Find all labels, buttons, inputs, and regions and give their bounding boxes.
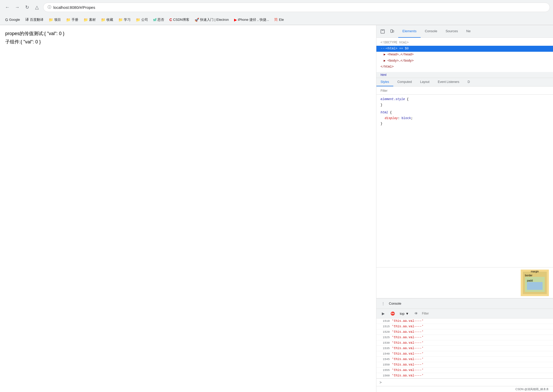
- styles-tab-more[interactable]: D: [464, 78, 474, 86]
- nav-buttons: ← → ↻ △: [3, 3, 41, 11]
- bookmark-favorites[interactable]: 📁 收藏: [99, 16, 115, 23]
- bookmark-study[interactable]: 📁 学习: [116, 16, 133, 23]
- display-prop: display: [385, 116, 398, 120]
- styles-tab-layout[interactable]: Layout: [416, 78, 434, 86]
- iphone-icon: ▶: [234, 18, 237, 22]
- bookmark-iphone[interactable]: ▶ iPhone 捷径，快捷...: [232, 16, 271, 23]
- console-eye-button[interactable]: 👁: [413, 310, 420, 317]
- log-text: 'this.aa.val----': [392, 325, 423, 328]
- styles-content: element.style { } html { display: block;…: [376, 95, 553, 267]
- filter-input[interactable]: [381, 89, 549, 93]
- html-doctype[interactable]: <!DOCTYPE html>: [376, 40, 553, 46]
- elements-panel: <!DOCTYPE html> ···<html> == $0 ▶ <head>…: [376, 38, 553, 298]
- styles-tab-computed[interactable]: Computed: [393, 78, 416, 86]
- bookmark-ele[interactable]: 简 Ele: [272, 16, 286, 23]
- styles-tab-styles[interactable]: Styles: [376, 78, 393, 86]
- address-bar[interactable]: ⓘ localhost:8080/#/Propes: [43, 3, 550, 12]
- html-body-line[interactable]: ▶ <body>…</body>: [376, 58, 553, 64]
- display-value: block: [402, 116, 411, 120]
- styles-tabs: Styles Computed Layout Event Listeners D: [376, 78, 553, 87]
- console-header-label: Console: [389, 302, 401, 305]
- log-line-number: 1545: [381, 357, 390, 361]
- console-toolbar: ▶ ⛔ top ▼ 👁: [376, 309, 553, 318]
- console-log-entry: 1510'this.aa.val----': [376, 318, 553, 324]
- bookmark-electron-label: 快速入门 | Electron: [200, 17, 229, 22]
- svg-rect-0: [381, 30, 384, 33]
- log-text: 'this.aa.val----': [392, 374, 423, 377]
- box-model-padding: padd: [525, 277, 545, 292]
- console-level-select[interactable]: top ▼: [398, 311, 410, 316]
- device-toolbar-button[interactable]: [388, 27, 396, 36]
- bookmark-material[interactable]: 📁 素材: [81, 16, 98, 23]
- filter-bar: [376, 87, 553, 95]
- baidu-icon: 译: [25, 17, 29, 22]
- log-text: 'this.aa.val----': [392, 363, 423, 367]
- console-block-button[interactable]: ⛔: [389, 310, 396, 317]
- inspect-element-button[interactable]: [378, 27, 387, 36]
- border-label: border: [525, 274, 532, 277]
- console-level-text: top: [400, 312, 404, 316]
- bookmark-google-label: Google: [9, 18, 20, 22]
- log-line-number: 1535: [381, 347, 390, 350]
- folder-icon-1: 📁: [49, 18, 53, 22]
- devtools-panel: Elements Console Sources Ne <!DOCTYPE ht…: [376, 25, 553, 392]
- style-rule-html: html { display: block; }: [381, 110, 549, 127]
- reload-button[interactable]: ↻: [23, 3, 31, 11]
- log-text: 'this.aa.val----': [392, 368, 423, 372]
- bookmark-material-label: 素材: [89, 17, 96, 22]
- console-filter-input[interactable]: [422, 312, 550, 315]
- html-head-line[interactable]: ▶ <head>…</head>: [376, 52, 553, 58]
- bookmark-csdn[interactable]: C CSDN博客: [167, 16, 191, 23]
- console-input[interactable]: [384, 381, 550, 384]
- html-selector: html: [381, 111, 390, 114]
- styles-tab-event-listeners[interactable]: Event Listeners: [434, 78, 464, 86]
- devtools-top-tabs: Elements Console Sources Ne: [376, 25, 553, 38]
- console-log-entry: 1545'this.aa.val----': [376, 357, 553, 362]
- console-menu-button[interactable]: ⋮: [380, 300, 387, 307]
- bookmark-manual[interactable]: 📁 手册: [64, 16, 80, 23]
- html-close-line[interactable]: </html>: [376, 64, 553, 70]
- bookmark-google[interactable]: G Google: [3, 17, 22, 23]
- folder-icon-2: 📁: [66, 18, 70, 22]
- doctype-text: <!DOCTYPE html>: [381, 41, 409, 44]
- bookmark-favorites-label: 收藏: [106, 17, 113, 22]
- console-run-button[interactable]: ▶: [380, 310, 387, 317]
- bookmark-manual-label: 手册: [72, 17, 78, 22]
- style-rule-close-1: }: [381, 102, 549, 108]
- bookmarks-bar: G Google 译 百度翻译 📁 项目 📁 手册 📁 素材 📁 收藏 📁 学习: [0, 15, 553, 25]
- back-button[interactable]: ←: [3, 3, 11, 11]
- csdn-icon: C: [169, 18, 172, 22]
- console-log-entry: 1520'this.aa.val----': [376, 329, 553, 335]
- head-tag-text: ▶ <head>…</head>: [384, 53, 414, 56]
- log-line-number: 1520: [381, 330, 390, 334]
- tab-sources[interactable]: Sources: [441, 25, 462, 38]
- bookmark-sifou[interactable]: sf 思否: [151, 16, 166, 23]
- bookmark-electron[interactable]: 🚀 快速入门 | Electron: [192, 16, 231, 23]
- bookmark-study-label: 学习: [124, 17, 131, 22]
- console-log-entry: 1525'this.aa.val----': [376, 335, 553, 340]
- console-log-entry: 1540'this.aa.val----': [376, 351, 553, 357]
- browser-chrome: ← → ↻ △ ⓘ localhost:8080/#/Propes G Goog…: [0, 0, 553, 25]
- log-text: 'this.aa.val----': [392, 319, 423, 323]
- tab-network[interactable]: Ne: [462, 25, 475, 38]
- bookmark-company-label: 公司: [141, 17, 148, 22]
- bookmark-company[interactable]: 📁 公司: [134, 16, 150, 23]
- html-tag-line[interactable]: ···<html> == $0: [376, 46, 553, 52]
- forward-button[interactable]: →: [13, 3, 21, 11]
- svg-rect-3: [393, 30, 394, 32]
- tab-elements[interactable]: Elements: [398, 25, 421, 38]
- page-content: propes的传值测试:{ "val": 0 } 子组件:{ "val": 0 …: [0, 25, 376, 392]
- console-log-entry: 1535'this.aa.val----': [376, 346, 553, 351]
- body-tag-text: ▶ <body>…</body>: [384, 59, 414, 63]
- info-icon: ⓘ: [48, 5, 51, 10]
- bookmark-baidu[interactable]: 译 百度翻译: [23, 16, 46, 23]
- bookmark-project[interactable]: 📁 项目: [47, 16, 63, 23]
- main-area: propes的传值测试:{ "val": 0 } 子组件:{ "val": 0 …: [0, 25, 553, 392]
- home-button[interactable]: △: [33, 3, 41, 11]
- console-header: ⋮ Console: [376, 298, 553, 309]
- tab-console[interactable]: Console: [421, 25, 441, 38]
- devtools-toolbar-icons: [378, 27, 396, 36]
- log-text: 'this.aa.val----': [392, 330, 423, 334]
- log-text: 'this.aa.val----': [392, 352, 423, 356]
- padding-label: padd: [527, 279, 533, 282]
